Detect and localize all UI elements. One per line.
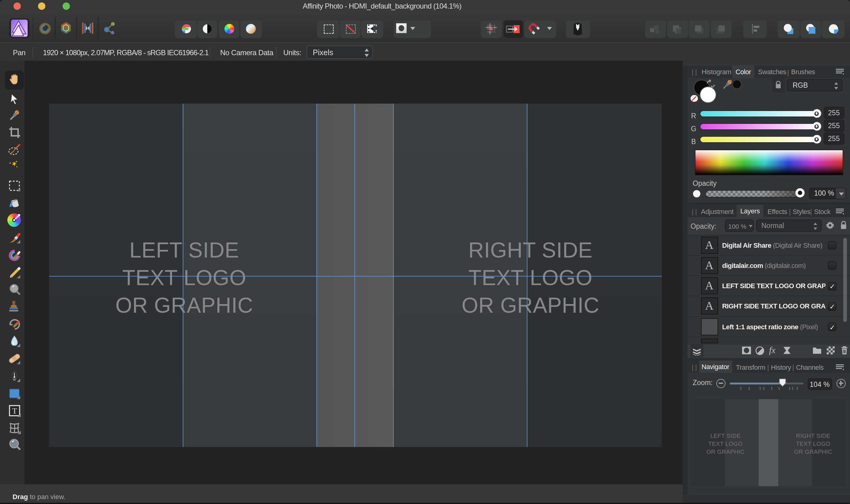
svg-text:T: T	[12, 407, 17, 415]
